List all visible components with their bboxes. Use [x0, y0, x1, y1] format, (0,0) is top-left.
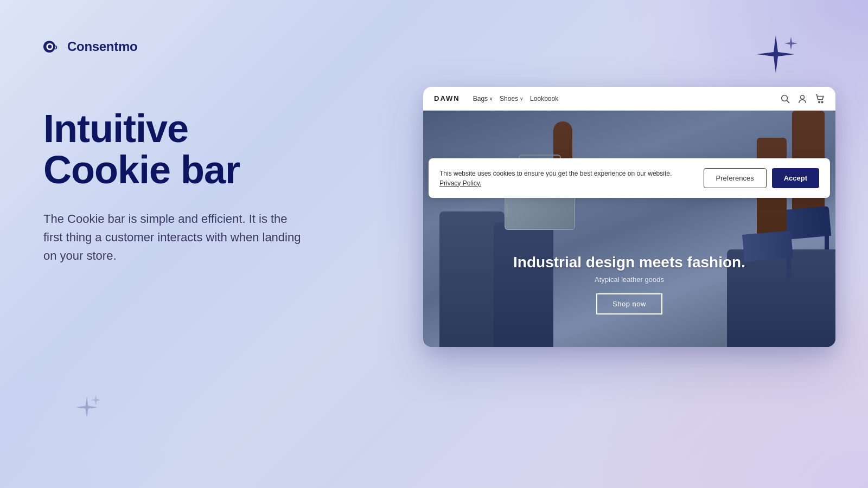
- cart-icon[interactable]: [815, 94, 825, 104]
- stiletto-2: [787, 258, 791, 279]
- svg-text:o: o: [53, 43, 58, 51]
- sparkle-bottom-left: [73, 394, 100, 423]
- privacy-policy-link[interactable]: Privacy Policy.: [439, 179, 481, 187]
- description: The Cookie bar is simple and efficient. …: [43, 210, 309, 265]
- svg-point-6: [800, 95, 804, 99]
- sparkle-top-right: [754, 33, 797, 78]
- logo-text: Consentmo: [67, 39, 137, 54]
- svg-point-8: [821, 101, 823, 102]
- svg-point-2: [48, 44, 52, 48]
- hero-image: Industrial design meets fashion. Atypica…: [423, 111, 835, 347]
- bg-blob-bottom-left: [0, 325, 217, 488]
- browser-navbar: DAWN Bags ∨ Shoes ∨ Lookbook: [423, 87, 835, 111]
- consentmo-logo-icon: o: [43, 39, 64, 54]
- svg-point-4: [782, 95, 788, 101]
- cookie-message-text: This website uses cookies to ensure you …: [439, 170, 672, 177]
- nav-links: Bags ∨ Shoes ∨ Lookbook: [473, 95, 771, 102]
- left-content: Intuitive Cookie bar The Cookie bar is s…: [43, 108, 331, 265]
- user-icon[interactable]: [797, 94, 807, 104]
- nav-bags[interactable]: Bags ∨: [473, 95, 493, 102]
- browser-mockup: DAWN Bags ∨ Shoes ∨ Lookbook: [423, 87, 835, 347]
- hero-subtext: Atypical leather goods: [513, 275, 745, 284]
- svg-point-7: [819, 101, 820, 102]
- nav-shoes[interactable]: Shoes ∨: [500, 95, 524, 102]
- search-icon[interactable]: [780, 94, 790, 104]
- hero-headline: Industrial design meets fashion.: [513, 254, 745, 271]
- hero-text-overlay: Industrial design meets fashion. Atypica…: [513, 254, 745, 314]
- browser-icons: [780, 94, 825, 104]
- accept-button[interactable]: Accept: [772, 168, 819, 188]
- shoe-body-2: [742, 230, 793, 262]
- cookie-buttons: Preferences Accept: [704, 168, 819, 188]
- cookie-banner: This website uses cookies to ensure you …: [429, 158, 830, 198]
- nav-lookbook[interactable]: Lookbook: [530, 95, 558, 102]
- headline: Intuitive Cookie bar: [43, 108, 331, 190]
- chevron-down-icon: ∨: [489, 96, 493, 101]
- headline-line2: Cookie bar: [43, 148, 240, 191]
- preferences-button[interactable]: Preferences: [704, 168, 767, 188]
- headline-line1: Intuitive: [43, 107, 188, 150]
- store-name: DAWN: [434, 94, 460, 102]
- shop-now-button[interactable]: Shop now: [596, 293, 662, 314]
- cookie-message-area: This website uses cookies to ensure you …: [439, 169, 693, 188]
- chevron-down-icon: ∨: [520, 96, 524, 101]
- logo-area: o Consentmo: [43, 39, 137, 54]
- svg-line-5: [787, 100, 790, 103]
